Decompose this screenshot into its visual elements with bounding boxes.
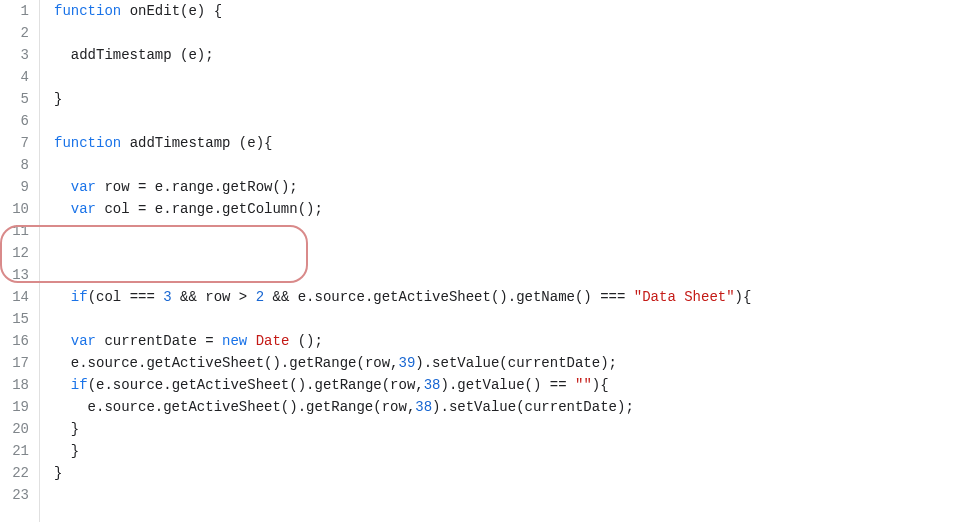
code-line[interactable]: addTimestamp (e); [54, 44, 958, 66]
code-token: } [54, 465, 62, 481]
line-number: 8 [0, 154, 29, 176]
code-line[interactable]: var col = e.range.getColumn(); [54, 198, 958, 220]
code-token: { [600, 377, 608, 393]
code-token: ) [197, 3, 205, 19]
line-number: 13 [0, 264, 29, 286]
code-token [121, 3, 129, 19]
code-token: var [71, 179, 96, 195]
line-number: 1 [0, 0, 29, 22]
code-line[interactable]: } [54, 418, 958, 440]
line-number: 17 [0, 352, 29, 374]
code-token: ( [239, 135, 247, 151]
code-token: } [71, 421, 79, 437]
code-token: } [71, 443, 79, 459]
code-token: col = e.range.getColumn [104, 201, 297, 217]
code-line[interactable] [54, 220, 958, 242]
code-token: 3 [163, 289, 171, 305]
code-token [121, 135, 129, 151]
code-token: onEdit [130, 3, 180, 19]
code-line[interactable] [54, 110, 958, 132]
code-token: == [541, 377, 575, 393]
code-line[interactable]: e.source.getActiveSheet().getRange(row,3… [54, 352, 958, 374]
code-line[interactable]: e.source.getActiveSheet().getRange(row,3… [54, 396, 958, 418]
line-number: 22 [0, 462, 29, 484]
code-token: ( [373, 399, 381, 415]
code-line[interactable] [54, 308, 958, 330]
code-token: ) [289, 399, 297, 415]
code-token: ( [289, 377, 297, 393]
code-token: { [743, 289, 751, 305]
code-line[interactable] [54, 154, 958, 176]
code-token: ) [298, 377, 306, 393]
code-token: .getRange [298, 399, 374, 415]
line-number: 18 [0, 374, 29, 396]
code-token: e.source.getActiveSheet [88, 399, 281, 415]
code-token: ( [382, 377, 390, 393]
code-line[interactable]: function onEdit(e) { [54, 0, 958, 22]
line-number: 12 [0, 242, 29, 264]
code-token: if [71, 377, 88, 393]
code-token: ; [289, 179, 297, 195]
code-token: row = e.range.getRow [104, 179, 272, 195]
code-token: ; [315, 333, 323, 349]
code-line[interactable] [54, 22, 958, 44]
code-line[interactable]: } [54, 88, 958, 110]
code-token: ( [298, 201, 306, 217]
code-line[interactable]: } [54, 440, 958, 462]
code-token: ) [583, 289, 591, 305]
line-number-gutter: 1234567891011121314151617181920212223 [0, 0, 40, 522]
code-token: "" [575, 377, 592, 393]
code-line[interactable] [54, 242, 958, 264]
code-token: ) [306, 333, 314, 349]
code-token: ) [256, 135, 264, 151]
code-line[interactable]: } [54, 462, 958, 484]
code-token: 38 [424, 377, 441, 393]
code-token: var [71, 201, 96, 217]
line-number: 10 [0, 198, 29, 220]
code-line[interactable]: var currentDate = new Date (); [54, 330, 958, 352]
line-number: 5 [0, 88, 29, 110]
code-token: && e.source.getActiveSheet [264, 289, 491, 305]
code-token: row, [382, 399, 416, 415]
line-number: 14 [0, 286, 29, 308]
line-number: 20 [0, 418, 29, 440]
code-token: ( [298, 333, 306, 349]
line-number: 2 [0, 22, 29, 44]
code-token: .getRange [306, 377, 382, 393]
code-token: .getValue [449, 377, 525, 393]
code-line[interactable]: if(e.source.getActiveSheet().getRange(ro… [54, 374, 958, 396]
code-line[interactable]: var row = e.range.getRow(); [54, 176, 958, 198]
code-token: function [54, 3, 121, 19]
code-token [289, 333, 297, 349]
code-token: ( [272, 179, 280, 195]
code-content-area[interactable]: function onEdit(e) { addTimestamp (e);}f… [40, 0, 958, 522]
code-token: ; [314, 201, 322, 217]
code-token: { [214, 3, 222, 19]
line-number: 9 [0, 176, 29, 198]
code-token: .setValue [441, 399, 517, 415]
code-line[interactable] [54, 264, 958, 286]
code-token: addTimestamp [71, 47, 180, 63]
code-token: && row > [172, 289, 256, 305]
line-number: 11 [0, 220, 29, 242]
line-number: 3 [0, 44, 29, 66]
code-line[interactable] [54, 484, 958, 506]
code-token: currentDate [508, 355, 600, 371]
code-token: "Data Sheet" [634, 289, 735, 305]
line-number: 7 [0, 132, 29, 154]
code-token: ; [205, 47, 213, 63]
code-token: e.source.getActiveSheet [96, 377, 289, 393]
code-token: currentDate [525, 399, 617, 415]
line-number: 23 [0, 484, 29, 506]
code-token: ) [735, 289, 743, 305]
code-token: new [222, 333, 247, 349]
code-line[interactable]: function addTimestamp (e){ [54, 132, 958, 154]
code-token: 39 [399, 355, 416, 371]
code-editor[interactable]: 1234567891011121314151617181920212223 fu… [0, 0, 958, 522]
code-token: ) [432, 399, 440, 415]
code-token: .getRange [281, 355, 357, 371]
code-token: var [71, 333, 96, 349]
code-line[interactable] [54, 66, 958, 88]
line-number: 6 [0, 110, 29, 132]
code-line[interactable]: if(col === 3 && row > 2 && e.source.getA… [54, 286, 958, 308]
